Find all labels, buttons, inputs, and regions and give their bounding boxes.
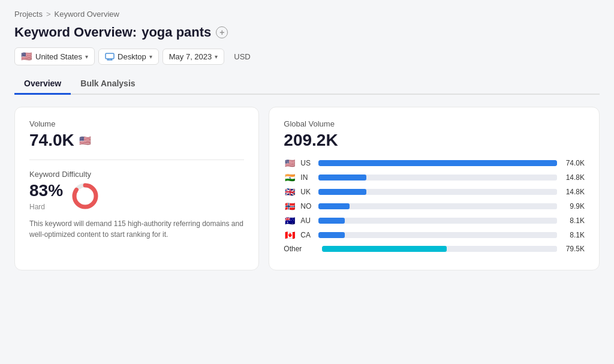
- gv-value: 209.2K: [284, 131, 585, 150]
- kd-row: 83% Hard: [29, 181, 244, 211]
- svg-point-5: [74, 185, 96, 207]
- device-chevron-icon: ▾: [149, 53, 152, 60]
- bar-row: 🇦🇺 AU 8.1K: [284, 216, 585, 225]
- date-label: May 7, 2023: [169, 52, 212, 61]
- global-volume-card: Global Volume 209.2K 🇺🇸 US 74.0K 🇮🇳 IN 1…: [269, 107, 600, 270]
- bar-row: 🇮🇳 IN 14.8K: [284, 173, 585, 182]
- bar-code: NO: [300, 202, 314, 210]
- country-filter[interactable]: 🇺🇸 United States ▾: [14, 47, 95, 65]
- gv-label: Global Volume: [284, 119, 585, 128]
- bar-track: [322, 246, 557, 252]
- country-label: United States: [35, 52, 82, 61]
- bar-flag: 🇬🇧: [284, 187, 296, 197]
- kd-badge: Hard: [29, 203, 63, 211]
- volume-label: Volume: [29, 119, 244, 128]
- bar-row: 🇨🇦 CA 8.1K: [284, 230, 585, 240]
- bar-row: 🇳🇴 NO 9.9K: [284, 201, 585, 211]
- card-divider: [29, 160, 244, 160]
- bar-flag: 🇦🇺: [284, 216, 296, 225]
- kd-value: 83%: [29, 181, 63, 200]
- bar-fill: [318, 160, 557, 166]
- tab-overview[interactable]: Overview: [14, 74, 71, 95]
- kd-description: This keyword will demand 115 high-author…: [29, 218, 244, 240]
- bar-code: CA: [300, 231, 314, 239]
- bar-value: 8.1K: [562, 231, 585, 239]
- add-keyword-icon[interactable]: +: [216, 26, 228, 38]
- bar-flag: 🇳🇴: [284, 201, 296, 211]
- bar-fill-other: [322, 246, 447, 252]
- country-chevron-icon: ▾: [85, 53, 88, 60]
- tabs-bar: Overview Bulk Analysis: [14, 74, 600, 95]
- tab-bulk-analysis[interactable]: Bulk Analysis: [71, 74, 145, 95]
- date-chevron-icon: ▾: [215, 53, 218, 60]
- bar-track: [318, 218, 557, 224]
- kd-value-wrapper: 83% Hard: [29, 181, 63, 211]
- volume-flag: 🇺🇸: [79, 135, 91, 146]
- keyword-text: yoga pants: [142, 25, 211, 40]
- page-wrapper: Projects > Keyword Overview Keyword Over…: [0, 0, 614, 364]
- desktop-icon: [105, 53, 115, 61]
- kd-donut-chart: [70, 181, 100, 211]
- breadcrumb: Projects > Keyword Overview: [14, 10, 600, 19]
- bar-row: 🇬🇧 UK 14.8K: [284, 187, 585, 197]
- filters-bar: 🇺🇸 United States ▾ Desktop ▾ May 7, 2023…: [14, 47, 600, 65]
- kd-label: Keyword Difficulty: [29, 170, 244, 179]
- svg-rect-0: [106, 53, 114, 59]
- currency-label: USD: [228, 49, 256, 64]
- bar-code: UK: [300, 188, 314, 196]
- date-filter[interactable]: May 7, 2023 ▾: [162, 49, 225, 65]
- page-title: Keyword Overview: yoga pants +: [14, 25, 600, 40]
- bar-value: 8.1K: [562, 216, 585, 225]
- volume-value: 74.0K 🇺🇸: [29, 131, 244, 150]
- bar-fill: [318, 189, 366, 195]
- bar-value: 14.8K: [562, 188, 585, 196]
- bar-value: 14.8K: [562, 173, 585, 182]
- bar-rows-container: 🇺🇸 US 74.0K 🇮🇳 IN 14.8K 🇬🇧 UK: [284, 158, 585, 253]
- bar-code: US: [300, 159, 314, 167]
- bar-track: [318, 175, 557, 181]
- bar-code: IN: [300, 173, 314, 182]
- bar-fill: [318, 175, 366, 181]
- bar-flag: 🇨🇦: [284, 230, 296, 240]
- volume-kd-card: Volume 74.0K 🇺🇸 Keyword Difficulty 83% H…: [14, 107, 259, 270]
- bar-value: 9.9K: [562, 202, 585, 210]
- country-flag: 🇺🇸: [21, 51, 32, 62]
- bar-value: 79.5K: [562, 245, 585, 253]
- bar-code: Other: [284, 245, 317, 253]
- bar-code: AU: [300, 216, 314, 225]
- cards-row: Volume 74.0K 🇺🇸 Keyword Difficulty 83% H…: [14, 107, 600, 270]
- bar-track: [318, 232, 557, 238]
- bar-row: 🇺🇸 US 74.0K: [284, 158, 585, 168]
- bar-track: [318, 203, 557, 209]
- breadcrumb-current: Keyword Overview: [55, 10, 119, 19]
- bar-flag: 🇺🇸: [284, 158, 296, 168]
- bar-track: [318, 160, 557, 166]
- bar-flag: 🇮🇳: [284, 173, 296, 182]
- bar-fill: [318, 203, 350, 209]
- bar-track: [318, 189, 557, 195]
- bar-row: Other 79.5K: [284, 245, 585, 253]
- bar-fill: [318, 232, 345, 238]
- breadcrumb-separator: >: [46, 10, 51, 19]
- title-prefix: Keyword Overview:: [14, 25, 137, 40]
- device-filter[interactable]: Desktop ▾: [98, 49, 159, 65]
- bar-fill: [318, 218, 345, 224]
- bar-value: 74.0K: [562, 159, 585, 167]
- device-label: Desktop: [118, 52, 146, 61]
- breadcrumb-parent[interactable]: Projects: [14, 10, 43, 19]
